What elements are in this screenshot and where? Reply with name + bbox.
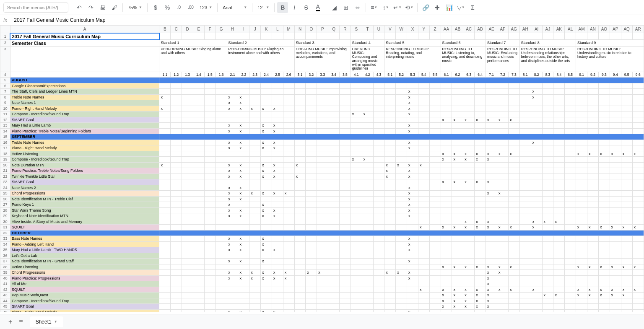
cell[interactable] bbox=[306, 111, 317, 117]
cell[interactable] bbox=[328, 162, 340, 168]
cell[interactable] bbox=[193, 117, 205, 123]
cell[interactable] bbox=[317, 225, 328, 231]
col-header[interactable]: W bbox=[396, 26, 407, 33]
cell[interactable]: Google Classroom/Expectations bbox=[10, 83, 159, 89]
cell[interactable] bbox=[396, 207, 407, 213]
cell[interactable] bbox=[598, 123, 610, 129]
cell[interactable] bbox=[621, 157, 632, 163]
cell[interactable] bbox=[452, 94, 463, 100]
cell[interactable] bbox=[204, 259, 216, 264]
cell[interactable] bbox=[531, 191, 542, 197]
cell[interactable]: x bbox=[486, 293, 497, 298]
cell[interactable] bbox=[351, 123, 362, 129]
cell[interactable]: x bbox=[238, 207, 249, 213]
spreadsheet-grid[interactable]: ABCDEFGHIJKLMNOPQRSTUVWXYZAAABACADAEAFAG… bbox=[0, 25, 644, 312]
cell[interactable] bbox=[576, 128, 587, 134]
cell[interactable] bbox=[621, 100, 632, 106]
cell[interactable] bbox=[204, 213, 216, 219]
cell[interactable] bbox=[362, 185, 373, 191]
cell[interactable] bbox=[452, 253, 463, 259]
cell[interactable] bbox=[182, 281, 193, 287]
cell[interactable] bbox=[182, 94, 193, 100]
text-color-button[interactable]: A bbox=[312, 2, 323, 13]
cell[interactable] bbox=[396, 225, 407, 231]
row-header[interactable]: 11 bbox=[0, 111, 10, 117]
cell[interactable]: 9.2 bbox=[587, 72, 599, 78]
cell[interactable] bbox=[621, 174, 632, 179]
cell[interactable] bbox=[553, 111, 565, 117]
cell[interactable] bbox=[317, 293, 328, 298]
cell[interactable]: x bbox=[463, 293, 475, 298]
cell[interactable] bbox=[159, 174, 171, 179]
cell[interactable] bbox=[587, 111, 599, 117]
cell[interactable]: x bbox=[407, 191, 418, 197]
cell[interactable] bbox=[497, 83, 509, 89]
cell[interactable] bbox=[294, 241, 306, 247]
cell[interactable] bbox=[519, 225, 531, 231]
col-header[interactable]: Z bbox=[429, 26, 441, 33]
cell[interactable] bbox=[598, 253, 610, 259]
cell[interactable] bbox=[610, 100, 621, 106]
cell[interactable] bbox=[328, 196, 340, 202]
cell[interactable] bbox=[216, 106, 227, 111]
cell[interactable] bbox=[463, 236, 475, 242]
cell[interactable] bbox=[182, 191, 193, 197]
cell[interactable] bbox=[159, 253, 171, 259]
cell[interactable] bbox=[317, 219, 328, 225]
cell[interactable] bbox=[519, 179, 531, 185]
cell[interactable] bbox=[576, 33, 587, 40]
cell[interactable] bbox=[519, 111, 531, 117]
cell[interactable] bbox=[632, 89, 644, 95]
cell[interactable] bbox=[497, 106, 509, 111]
col-header[interactable]: O bbox=[306, 26, 317, 33]
cell[interactable] bbox=[182, 145, 193, 151]
cell[interactable] bbox=[193, 145, 205, 151]
cell[interactable] bbox=[598, 162, 610, 168]
col-header[interactable]: AH bbox=[519, 26, 531, 33]
cell[interactable] bbox=[204, 157, 216, 163]
cell[interactable] bbox=[475, 140, 486, 145]
cell[interactable] bbox=[193, 309, 205, 312]
cell[interactable]: x bbox=[261, 168, 272, 174]
cell[interactable]: 6.2 bbox=[452, 72, 463, 78]
cell[interactable] bbox=[294, 309, 306, 312]
row-header[interactable]: 8 bbox=[0, 94, 10, 100]
cell[interactable] bbox=[351, 185, 362, 191]
cell[interactable]: x bbox=[261, 236, 272, 242]
cell[interactable] bbox=[373, 111, 384, 117]
cell[interactable] bbox=[283, 264, 294, 270]
cell[interactable] bbox=[610, 191, 621, 197]
cell[interactable]: Standard 6 bbox=[441, 40, 486, 47]
cell[interactable] bbox=[272, 157, 283, 163]
cell[interactable] bbox=[317, 106, 328, 111]
cell[interactable]: x bbox=[407, 128, 418, 134]
col-header[interactable]: C bbox=[171, 26, 182, 33]
row-header[interactable]: 44 bbox=[0, 298, 10, 304]
cell[interactable] bbox=[373, 236, 384, 242]
cell[interactable] bbox=[531, 117, 542, 123]
cell[interactable]: 2017 Fall General Music Curriculum Map bbox=[10, 33, 159, 40]
cell[interactable] bbox=[610, 236, 621, 242]
cell[interactable] bbox=[159, 207, 171, 213]
row-header[interactable]: 16 bbox=[0, 140, 10, 145]
cell[interactable] bbox=[373, 191, 384, 197]
cell[interactable] bbox=[486, 253, 497, 259]
cell[interactable] bbox=[294, 33, 306, 40]
cell[interactable] bbox=[362, 202, 373, 208]
cell[interactable] bbox=[272, 117, 283, 123]
cell[interactable] bbox=[519, 151, 531, 157]
cell[interactable] bbox=[598, 128, 610, 134]
cell[interactable] bbox=[441, 275, 452, 281]
cell[interactable] bbox=[339, 202, 351, 208]
cell[interactable]: SMART Goal bbox=[10, 304, 159, 310]
cell[interactable] bbox=[429, 140, 441, 145]
cell[interactable] bbox=[429, 162, 441, 168]
cell[interactable] bbox=[610, 275, 621, 281]
cell[interactable] bbox=[598, 304, 610, 310]
cell[interactable]: x bbox=[587, 293, 599, 298]
cell[interactable]: Bass Note Names bbox=[10, 236, 159, 242]
cell[interactable] bbox=[429, 168, 441, 174]
cell[interactable] bbox=[351, 241, 362, 247]
cell[interactable] bbox=[542, 236, 553, 242]
cell[interactable] bbox=[182, 241, 193, 247]
